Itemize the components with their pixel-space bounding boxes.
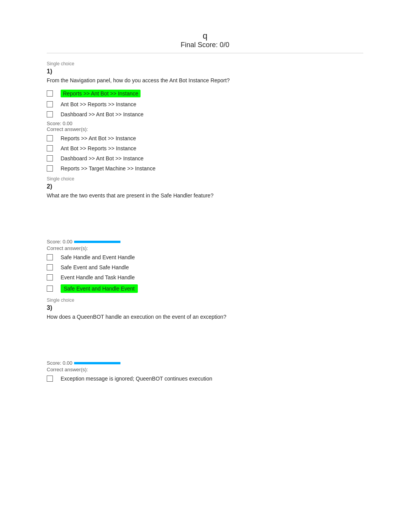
question-2-text: What are the two events that are present… — [47, 192, 363, 199]
question-1-score: Score: 0.00 — [47, 121, 363, 126]
question-1-answer-2-text: Dashboard >> Ant Bot >> Instance — [61, 111, 144, 117]
question-2-correct-0: Safe Handle and Event Handle — [47, 253, 363, 261]
question-1-correct-3: Reports >> Target Machine >> Instance — [47, 165, 363, 172]
quiz-icon: q — [47, 31, 363, 41]
question-1-correct-0-text: Reports >> Ant Bot >> Instance — [61, 135, 136, 141]
question-1-correct-1-text: Ant Bot >> Reports >> Instance — [61, 145, 136, 151]
question-3-score-text: Score: 0.00 — [47, 360, 73, 366]
question-2-correct-1: Safe Event and Safe Handle — [47, 263, 363, 271]
question-1-correct-1-checkbox — [47, 145, 53, 151]
question-1-number: 1) — [47, 68, 363, 75]
question-3-score-bar — [74, 362, 120, 364]
question-2-number: 2) — [47, 183, 363, 190]
question-2-score-bar — [74, 241, 120, 243]
question-2-correct-0-checkbox — [47, 254, 53, 260]
question-1-answer-2[interactable]: Dashboard >> Ant Bot >> Instance — [47, 110, 363, 118]
question-2-correct-3-text: Safe Event and Handle Event — [61, 284, 138, 293]
question-1-correct-3-text: Reports >> Target Machine >> Instance — [61, 165, 156, 172]
question-3-correct-0-checkbox — [47, 376, 53, 382]
question-1-answer-2-checkbox — [47, 111, 53, 117]
question-2-correct-2-text: Event Handle and Task Handle — [61, 274, 135, 280]
question-1-correct-3-checkbox — [47, 165, 53, 172]
question-1-answer-1-checkbox — [47, 101, 53, 107]
question-3-correct-0: Exception message is ignored; QueenBOT c… — [47, 375, 363, 382]
question-2-correct-label: Correct answer(s): — [47, 245, 363, 251]
question-2-correct-2-checkbox — [47, 274, 53, 280]
question-3-type-label: Single choice — [47, 297, 363, 303]
question-3-number: 3) — [47, 304, 363, 311]
final-score: Final Score: 0/0 — [181, 41, 229, 49]
question-3-empty-answers — [47, 325, 363, 360]
question-1-answer-0-text: Reports >> Ant Bot >> Instance — [61, 90, 141, 97]
question-1-answer-0[interactable]: Reports >> Ant Bot >> Instance — [47, 89, 363, 98]
question-1-correct-2: Dashboard >> Ant Bot >> Instance — [47, 155, 363, 162]
question-1-correct-label: Correct answer(s): — [47, 126, 363, 132]
question-1-correct-0: Reports >> Ant Bot >> Instance — [47, 134, 363, 142]
question-2-type-label: Single choice — [47, 176, 363, 182]
question-2-correct-2: Event Handle and Task Handle — [47, 274, 363, 281]
question-2-correct-1-checkbox — [47, 264, 53, 270]
question-1-correct-2-text: Dashboard >> Ant Bot >> Instance — [61, 155, 144, 161]
question-2-score-text: Score: 0.00 — [47, 239, 73, 245]
page-wrapper: q Final Score: 0/0 Single choice1)From t… — [39, 0, 371, 408]
question-1-correct-2-checkbox — [47, 155, 53, 161]
question-1-answer-1[interactable]: Ant Bot >> Reports >> Instance — [47, 100, 363, 108]
question-1-type-label: Single choice — [47, 61, 363, 66]
question-2-correct-3: Safe Event and Handle Event — [47, 284, 363, 294]
question-1-answer-1-text: Ant Bot >> Reports >> Instance — [61, 101, 136, 107]
questions-container: Single choice1)From the Navigation panel… — [47, 61, 363, 382]
question-1-correct-1: Ant Bot >> Reports >> Instance — [47, 144, 363, 152]
question-2-correct-3-checkbox — [47, 286, 53, 292]
question-1-correct-0-checkbox — [47, 135, 53, 141]
quiz-header: q Final Score: 0/0 — [47, 31, 363, 53]
question-2-score-bar-container: Score: 0.00 — [47, 239, 363, 245]
question-3-correct-0-text: Exception message is ignored; QueenBOT c… — [61, 376, 212, 382]
question-2-correct-1-text: Safe Event and Safe Handle — [61, 264, 129, 270]
question-3-text: How does a QueenBOT handle an execution … — [47, 314, 363, 320]
question-2-empty-answers — [47, 204, 363, 239]
question-3-correct-label: Correct answer(s): — [47, 367, 363, 372]
question-1-answer-0-checkbox — [47, 90, 53, 97]
question-2-correct-0-text: Safe Handle and Event Handle — [61, 254, 135, 260]
question-1-text: From the Navigation panel, how do you ac… — [47, 77, 363, 83]
question-3-score-bar-container: Score: 0.00 — [47, 360, 363, 366]
